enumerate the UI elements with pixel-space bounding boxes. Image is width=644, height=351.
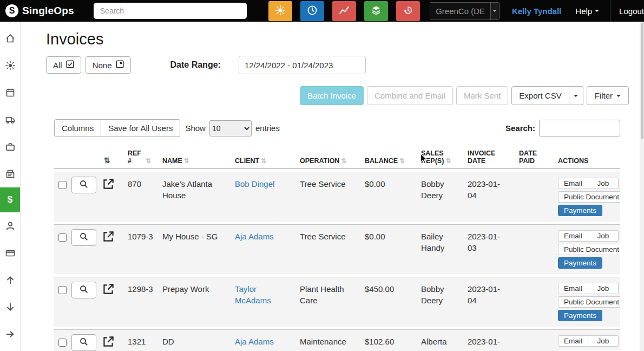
invoice-row: 1298-3 Prepay Work Taylor McAdams Plant … <box>54 277 620 327</box>
singleops-logo[interactable]: S SingleOps <box>5 4 74 17</box>
brightness-button[interactable] <box>268 1 292 21</box>
arrow-up-icon <box>5 275 16 285</box>
sidebar-item-truck[interactable] <box>0 106 20 133</box>
row-checkbox[interactable] <box>58 233 67 242</box>
preview-invoice-button[interactable] <box>71 334 96 351</box>
filter-button[interactable]: Filter <box>587 86 629 105</box>
col-header-actions: ACTIONS <box>555 147 620 169</box>
row-checkbox[interactable] <box>58 286 67 294</box>
col-header-client[interactable]: CLIENT⇅ <box>232 147 297 169</box>
sidebar-item-calendar[interactable] <box>0 79 20 106</box>
row-checkbox[interactable] <box>58 181 67 189</box>
brightness-icon <box>275 5 286 17</box>
sidebar-item-download[interactable] <box>0 294 20 321</box>
client-link[interactable]: Aja Adams <box>235 337 274 346</box>
quick-action-icons <box>268 1 420 21</box>
sidebar-item-upload[interactable] <box>0 266 20 294</box>
sidebar-item-clients[interactable] <box>0 212 20 239</box>
mark-sent-button[interactable]: Mark Sent <box>456 86 508 105</box>
ref-cell: 870 <box>124 172 159 222</box>
preview-invoice-button[interactable] <box>71 229 96 246</box>
email-button[interactable]: Email <box>558 178 588 189</box>
client-link[interactable]: Bob Dingel <box>235 179 274 188</box>
preview-invoice-button[interactable] <box>71 282 96 298</box>
client-cell: Bob Dingel <box>232 172 297 222</box>
public-document-button[interactable]: Public Document Li <box>558 191 620 203</box>
sidebar-item-home[interactable] <box>0 25 20 52</box>
sort-icon: ⇅ <box>146 157 151 165</box>
briefcase-icon <box>5 141 16 152</box>
search-icon <box>80 337 88 348</box>
page-size-select[interactable]: 10 <box>209 120 252 136</box>
sidebar-item-briefcase[interactable] <box>0 133 20 160</box>
table-search-input[interactable] <box>539 120 620 136</box>
vertical-scrollbar[interactable] <box>640 22 644 351</box>
calendar-icon <box>5 87 16 98</box>
select-all-button[interactable]: All <box>46 56 81 74</box>
sidebar-item-exit[interactable] <box>0 321 20 348</box>
email-button[interactable]: Email <box>558 335 588 347</box>
help-menu[interactable]: Help <box>575 6 599 16</box>
export-csv-caret-button[interactable] <box>569 86 583 105</box>
sidebar-item-brightness[interactable] <box>0 52 20 79</box>
trend-button[interactable] <box>332 1 356 21</box>
row-checkbox[interactable] <box>58 339 67 347</box>
batch-invoice-button[interactable]: Batch Invoice <box>300 86 364 105</box>
cash-register-icon <box>5 168 16 179</box>
col-header-balance[interactable]: BALANCE⇅ <box>362 147 418 169</box>
date-paid-cell <box>516 277 555 327</box>
date-range-label: Date Range: <box>170 60 221 70</box>
global-search-input[interactable] <box>94 3 247 19</box>
user-menu[interactable]: Kelly Tyndall <box>512 6 561 16</box>
ref-cell: 1298-3 <box>124 277 159 327</box>
company-dropdown[interactable]: GreenCo (DE <box>430 2 500 20</box>
export-csv-button[interactable]: Export CSV <box>511 86 569 105</box>
open-invoice-button[interactable] <box>101 282 115 298</box>
sidebar-item-invoices[interactable]: $ <box>0 187 20 212</box>
open-invoice-button[interactable] <box>101 230 115 245</box>
save-for-all-users-button[interactable]: Save for All Users <box>101 119 180 137</box>
invoice-date-cell: 2023-01- <box>464 329 516 351</box>
layers-button[interactable] <box>364 1 388 21</box>
payments-button[interactable]: Payments <box>558 257 602 269</box>
job-button[interactable]: Job <box>588 335 619 347</box>
sidebar-item-register[interactable] <box>0 160 20 187</box>
history-button[interactable] <box>396 1 420 21</box>
client-link[interactable]: Taylor McAdams <box>235 284 271 305</box>
public-document-button[interactable]: Public Document Li <box>558 349 620 351</box>
select-none-button[interactable]: None <box>86 56 131 74</box>
invoices-table: ⇅ REF #⇅ NAME⇅ CLIENT⇅ OPERATION⇅ BALANC… <box>54 145 620 351</box>
scrollbar-thumb[interactable] <box>641 23 643 139</box>
payments-button[interactable]: Payments <box>558 310 602 321</box>
col-header-date-paid[interactable]: DATE PAID <box>516 147 555 169</box>
columns-button[interactable]: Columns <box>54 119 101 137</box>
sort-icon: ⇅ <box>399 157 405 165</box>
job-button[interactable]: Job <box>588 283 619 294</box>
email-button[interactable]: Email <box>558 230 588 242</box>
company-dropdown-caret[interactable] <box>490 3 499 20</box>
col-header-select[interactable]: ⇅ <box>54 147 124 169</box>
preview-invoice-button[interactable] <box>71 177 96 193</box>
clock-button[interactable] <box>300 1 324 21</box>
public-document-button[interactable]: Public Document Li <box>558 244 620 255</box>
job-button[interactable]: Job <box>588 230 619 242</box>
public-document-button[interactable]: Public Document Li <box>558 296 620 308</box>
client-link[interactable]: Aja Adams <box>235 232 274 241</box>
sort-icon: ⇅ <box>261 157 266 165</box>
date-range-input[interactable] <box>239 56 366 74</box>
combine-and-email-button[interactable]: Combine and Email <box>367 86 453 105</box>
payments-button[interactable]: Payments <box>558 205 602 216</box>
col-header-invoice-date[interactable]: INVOICE DATE <box>464 147 516 169</box>
open-invoice-button[interactable] <box>101 177 115 193</box>
job-button[interactable]: Job <box>588 178 619 189</box>
col-header-ref[interactable]: REF #⇅ <box>124 147 159 169</box>
history-icon <box>403 5 413 17</box>
col-header-sales-reps[interactable]: SALES REP(S)⇅ <box>418 147 464 169</box>
open-invoice-button[interactable] <box>101 335 115 350</box>
col-header-name[interactable]: NAME⇅ <box>159 147 232 169</box>
col-header-operation[interactable]: OPERATION⇅ <box>297 147 362 169</box>
name-cell: Prepay Work <box>159 277 232 327</box>
email-button[interactable]: Email <box>558 283 588 294</box>
sidebar-item-payments[interactable] <box>0 239 20 266</box>
logout-link[interactable]: Logout <box>619 6 644 16</box>
